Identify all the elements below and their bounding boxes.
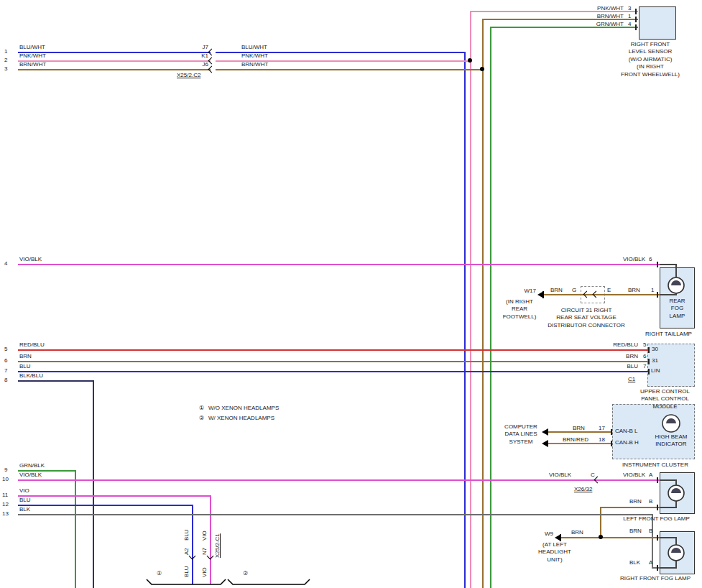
wire-label: RED/BLU xyxy=(604,342,638,348)
connector-name: C1 xyxy=(628,377,635,382)
row-number: 10 xyxy=(2,477,9,482)
pin-tick xyxy=(657,535,658,541)
connector-chevron-icon xyxy=(207,553,214,560)
module-terminal: 30 xyxy=(652,346,658,352)
connector-pin: 5 xyxy=(643,342,646,348)
connector-chevron-icon xyxy=(189,553,196,560)
connector-chevron-icon xyxy=(208,66,216,73)
connector-pin: B xyxy=(649,528,652,534)
wire-label: VIO/BLK xyxy=(19,257,42,262)
connector-pin: E xyxy=(607,288,611,293)
wire-pnk-wht-vertical xyxy=(470,11,471,588)
computer-data-lines-caption: COMPUTER DATA LINES SYSTEM xyxy=(500,423,542,446)
wire-label: BLU/WHT xyxy=(19,45,45,50)
wire-label: BRN/RED xyxy=(563,437,588,443)
connector-chevron-icon xyxy=(208,49,216,56)
wire-blu-row12 xyxy=(18,505,193,506)
wire-brn-wht-vertical xyxy=(482,19,484,588)
module-terminal: 31 xyxy=(652,358,658,364)
wire-label: BRN xyxy=(571,530,583,536)
wire-brn-left-fog-b xyxy=(600,507,660,508)
wire-label: BRN/WHT xyxy=(241,62,268,68)
pin-tick xyxy=(657,505,658,510)
connector-pin: J7 xyxy=(181,45,208,50)
connector-pin: A xyxy=(649,560,652,566)
connector-pin: 17 xyxy=(599,426,605,431)
connector-pin-rotated: A2 xyxy=(184,548,190,555)
wire-blk-right-fog-a xyxy=(652,567,660,569)
wire-brn-fog-link-vertical xyxy=(600,507,601,538)
ground-bar-w17 xyxy=(542,291,544,298)
high-beam-indicator-caption: HIGH BEAM INDICATOR xyxy=(649,433,693,449)
wire-blk-blu-vertical xyxy=(93,380,94,588)
wire-label: BLU xyxy=(19,497,31,503)
row-number: 12 xyxy=(2,502,9,507)
wire-label: BLU xyxy=(604,364,638,369)
wire-label: BRN xyxy=(629,528,642,534)
row-number: 6 xyxy=(4,358,7,364)
wire-label: PNK/WHT xyxy=(19,53,46,59)
pin-tick xyxy=(657,262,658,267)
ground-label-w9: W9 xyxy=(535,531,553,537)
row-number: 4 xyxy=(4,261,7,267)
lamp-lead xyxy=(660,507,677,508)
connector-pin: A xyxy=(649,472,652,478)
pin-tick xyxy=(648,369,650,375)
wire-label: PNK/WHT xyxy=(582,6,624,12)
option-symbol-2: ② xyxy=(243,571,248,576)
wire-blk-blu-row8 xyxy=(18,380,94,382)
connector-pin: B xyxy=(649,499,652,505)
connector-pin: J6 xyxy=(181,62,208,68)
instrument-cluster-caption: INSTRUMENT CLUSTER xyxy=(619,461,691,469)
right-front-fog-lamp-caption: RIGHT FRONT FOG LAMP xyxy=(615,575,696,582)
wire-label: BLK/BLU xyxy=(19,373,43,379)
connector-pin: C xyxy=(591,472,595,478)
wire-label: BLU xyxy=(19,364,31,369)
pin-tick xyxy=(657,292,658,298)
ground-symbol-w9-icon xyxy=(555,535,560,541)
arrow-left-icon xyxy=(542,440,548,447)
connector-pin: 4 xyxy=(628,22,631,27)
wire-label: BRN xyxy=(573,426,585,431)
module-terminal: CAN-B H xyxy=(615,440,639,446)
pin-tick xyxy=(611,441,612,446)
wire-blu-vertical-bottom xyxy=(192,505,193,584)
connector-name: X25/2.C2 xyxy=(177,73,200,78)
wire-label-rotated: BLU xyxy=(184,566,190,577)
wire-brn-wht-row3a xyxy=(18,69,211,70)
wire-label: BRN xyxy=(628,288,640,293)
wire-label: VIO xyxy=(19,488,29,494)
level-sensor-caption: RIGHT FRONT LEVEL SENSOR (W/O AIRMATIC) … xyxy=(607,41,693,78)
connector-pin: K1 xyxy=(181,53,208,59)
legend-text-2: W/ XENON HEADLAMPS xyxy=(208,415,274,421)
high-beam-indicator-icon xyxy=(661,413,681,433)
wire-label-rotated: VIO xyxy=(202,567,208,577)
wire-brn-can-l xyxy=(548,431,612,433)
left-front-fog-lamp-caption: LEFT FRONT FOG LAMP xyxy=(618,515,695,523)
wire-vio-row11 xyxy=(18,495,211,497)
legend-symbol-2: ② xyxy=(199,415,204,421)
row-number: 2 xyxy=(4,58,7,63)
left-fog-lamp-icon xyxy=(667,484,685,502)
connector-pin: 6 xyxy=(649,257,652,262)
wire-label: GRN/WHT xyxy=(582,22,624,27)
wire-brn-row6 xyxy=(18,361,648,362)
pin-tick xyxy=(635,17,637,22)
row-number: 7 xyxy=(4,368,7,374)
junction-dot xyxy=(480,67,484,71)
wire-brn-w9 xyxy=(561,537,660,538)
wire-label-rotated: BLU xyxy=(184,529,190,541)
ground-symbol-w17-icon xyxy=(537,292,542,298)
pin-tick xyxy=(648,347,650,353)
w17-location-caption: (IN RIGHT REAR FOOTWELL) xyxy=(497,298,542,321)
lamp-lead xyxy=(660,567,677,569)
wire-vio-blk-row10 xyxy=(18,479,660,481)
connector-pin: G xyxy=(572,288,576,293)
wire-brn-red-can-h xyxy=(548,443,612,444)
circuit31-connector-caption: CIRCUIT 31 RIGHT REAR SEAT VOLTAGE DISTR… xyxy=(546,307,627,329)
rear-fog-lamp-caption: REAR FOG LAMP xyxy=(660,298,695,320)
wire-label: VIO/BLK xyxy=(613,257,645,262)
row-number: 5 xyxy=(4,346,7,352)
wire-label: BLK xyxy=(629,560,640,566)
wire-label: GRN/BLK xyxy=(19,463,45,469)
